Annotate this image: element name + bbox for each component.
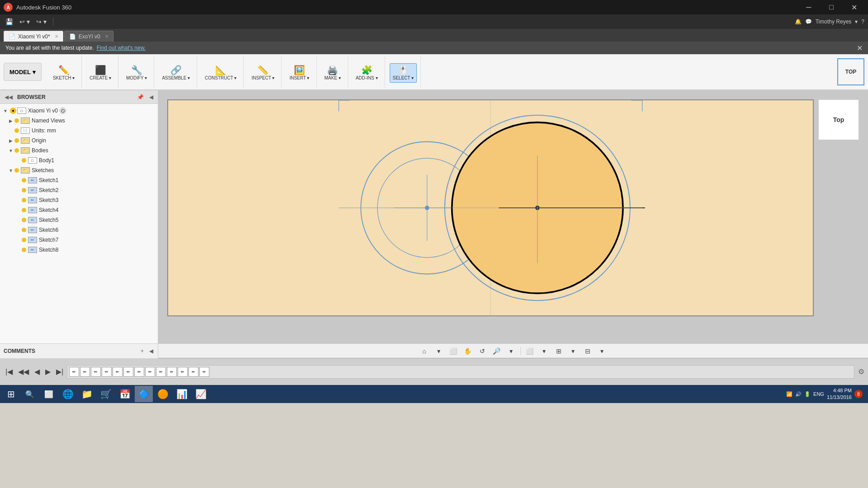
zoom-dropdown[interactable]: ▾ — [505, 346, 518, 357]
tab-icon-2: 📄 — [69, 33, 76, 40]
tree-item-sketch3[interactable]: ✏ Sketch3 — [14, 195, 158, 205]
browser-collapse-button[interactable]: ◀ — [148, 93, 154, 101]
ribbon-group-sketch: ✏️ SKETCH ▾ — [46, 56, 82, 88]
tab-exoyi[interactable]: 📄 ExoYI v0 ✕ — [64, 31, 113, 42]
tree-item-sketch1[interactable]: ✏ Sketch1 — [14, 175, 158, 185]
task-view-button[interactable]: ⬜ — [40, 386, 58, 402]
undo-button[interactable]: ↩ ▾ — [18, 17, 32, 26]
taskbar-explorer[interactable]: 📁 — [78, 386, 96, 402]
display-dropdown[interactable]: ▾ — [538, 346, 551, 357]
zoom-fit-button[interactable]: ⬜ — [447, 346, 460, 357]
timeline-item-6[interactable]: ✏ — [123, 367, 133, 377]
viewport[interactable]: Top — [158, 90, 868, 343]
timeline-item-13[interactable]: ✏ — [199, 367, 209, 377]
user-dropdown-icon[interactable]: ▾ — [855, 19, 858, 25]
construct-button[interactable]: 📐 CONSTRUCT ▾ — [202, 63, 240, 83]
minimize-button[interactable]: ─ — [798, 0, 819, 14]
redo-button[interactable]: ↪ ▾ — [34, 17, 48, 26]
tree-item-bodies[interactable]: ▼ 📁 Bodies — [7, 145, 158, 155]
record-button[interactable]: ⊙ — [60, 108, 66, 114]
close-button[interactable]: ✕ — [844, 0, 864, 14]
timeline-item-9[interactable]: ✏ — [156, 367, 166, 377]
taskbar-edge[interactable]: 🌐 — [59, 386, 77, 402]
tree-item-named-views[interactable]: ▶ 📁 Named Views — [7, 116, 158, 126]
tree-item-sketch8[interactable]: ✏ Sketch8 — [14, 245, 158, 255]
start-button[interactable]: ⊞ — [2, 386, 20, 402]
sketch-doc-icon: ✏ — [28, 247, 37, 253]
assemble-button[interactable]: 🔗 ASSEMBLE ▾ — [159, 63, 193, 83]
timeline-item-11[interactable]: ✏ — [178, 367, 188, 377]
tab-close-button[interactable]: ✕ — [55, 34, 58, 39]
model-selector[interactable]: MODEL ▾ — [4, 63, 42, 81]
timeline-item-7[interactable]: ✏ — [134, 367, 144, 377]
grid-dropdown[interactable]: ▾ — [567, 346, 580, 357]
timeline-item-3[interactable]: ✏ — [91, 367, 101, 377]
timeline-settings-icon[interactable]: ⚙ — [858, 367, 864, 376]
tree-label-root: Xiaomi Yi v0 — [28, 108, 58, 114]
taskbar-calendar[interactable]: 📅 — [116, 386, 134, 402]
timeline-item-4[interactable]: ✏ — [102, 367, 112, 377]
timeline-end-button[interactable]: ▶| — [54, 366, 65, 378]
tree-item-sketch5[interactable]: ✏ Sketch5 — [14, 215, 158, 225]
add-comment-button[interactable]: + — [140, 347, 145, 355]
layout-dropdown[interactable]: ▾ — [596, 346, 609, 357]
tree-item-origin[interactable]: ▶ 📁 Origin — [7, 136, 158, 145]
maximize-button[interactable]: □ — [821, 0, 842, 14]
home-view-button[interactable]: ⌂ — [418, 346, 431, 357]
fit-view-button[interactable]: ▾ — [433, 346, 445, 357]
search-button[interactable]: 🔍 — [21, 386, 39, 402]
tree-item-sketch4[interactable]: ✏ Sketch4 — [14, 205, 158, 215]
tree-item-body1[interactable]: □ Body1 — [14, 155, 158, 165]
timeline-start-button[interactable]: |◀ — [4, 366, 14, 378]
modify-button[interactable]: 🔧 MODIFY ▾ — [123, 63, 150, 83]
taskbar-store[interactable]: 🛒 — [97, 386, 115, 402]
timeline-item-12[interactable]: ✏ — [189, 367, 198, 377]
tree-item-sketch7[interactable]: ✏ Sketch7 — [14, 235, 158, 245]
tab-close-button-2[interactable]: ✕ — [105, 34, 108, 39]
browser-back-button[interactable]: ◀◀ — [4, 93, 14, 101]
orbit-button[interactable]: ↺ — [476, 346, 489, 357]
create-button[interactable]: ⬛ CREATE ▾ — [86, 63, 114, 83]
timeline-play-back-button[interactable]: ◀ — [33, 366, 42, 378]
tree-label-sketch4: Sketch4 — [39, 207, 58, 213]
tree-item-root[interactable]: ▼ ● □ Xiaomi Yi v0 ⊙ — [0, 106, 158, 116]
top-view-button[interactable]: TOP — [837, 58, 864, 85]
timeline-item-2[interactable]: ✏ — [80, 367, 90, 377]
tree-item-sketch6[interactable]: ✏ Sketch6 — [14, 225, 158, 235]
display-mode-button[interactable]: ⬜ — [524, 346, 536, 357]
sketch-button[interactable]: ✏️ SKETCH ▾ — [50, 63, 78, 83]
inspect-button[interactable]: 📏 INSPECT ▾ — [248, 63, 278, 83]
tree-item-sketches[interactable]: ▼ 📁 Sketches — [7, 165, 158, 175]
timeline-item-1[interactable]: ✏ — [69, 367, 79, 377]
grid-button[interactable]: ⊞ — [552, 346, 565, 357]
save-button[interactable]: 💾 — [4, 17, 15, 26]
tree-item-sketch2[interactable]: ✏ Sketch2 — [14, 185, 158, 195]
browser-pin-button[interactable]: 📌 — [136, 93, 145, 101]
viewport-layout-button[interactable]: ⊟ — [581, 346, 594, 357]
zoom-button[interactable]: 🔎 — [491, 346, 503, 357]
timeline-item-8[interactable]: ✏ — [145, 367, 155, 377]
user-name[interactable]: Timothy Reyes — [816, 19, 852, 25]
notification-close-button[interactable]: ✕ — [857, 44, 863, 52]
tree-item-units[interactable]: 📄 Units: mm — [7, 126, 158, 136]
light-icon — [22, 208, 26, 212]
timeline-item-5[interactable]: ✏ — [113, 367, 123, 377]
tab-xiaomi[interactable]: 📄 Xiaomi Yi v0* ✕ — [4, 31, 63, 42]
taskbar-chrome[interactable]: 🟠 — [154, 386, 172, 402]
notification-count-badge[interactable]: 8 — [854, 390, 863, 398]
timeline-play-button[interactable]: ▶ — [43, 366, 52, 378]
select-button[interactable]: 🖱️ SELECT ▾ — [390, 63, 417, 83]
taskbar-app-graph[interactable]: 📈 — [192, 386, 210, 402]
addins-button[interactable]: 🧩 ADD-INS ▾ — [353, 63, 381, 83]
timeline-item-10[interactable]: ✏ — [167, 367, 177, 377]
make-button[interactable]: 🖨️ MAKE ▾ — [321, 63, 344, 83]
taskbar-app-f[interactable]: 📊 — [173, 386, 191, 402]
tree-label-sketch7: Sketch7 — [39, 237, 58, 243]
notification-link[interactable]: Find out what's new. — [97, 45, 146, 51]
comments-collapse-button[interactable]: ◀ — [148, 347, 154, 355]
insert-button[interactable]: 🖼️ INSERT ▾ — [286, 63, 312, 83]
pan-button[interactable]: ✋ — [462, 346, 474, 357]
taskbar-fusion[interactable]: 🔷 — [135, 386, 153, 402]
timeline-prev-button[interactable]: ◀◀ — [16, 366, 31, 378]
help-icon[interactable]: ? — [861, 19, 864, 25]
